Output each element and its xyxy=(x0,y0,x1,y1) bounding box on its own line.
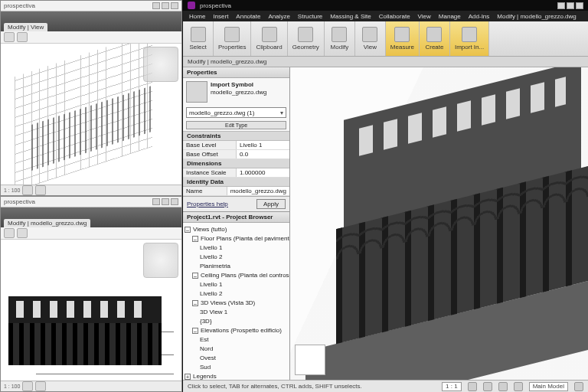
property-row[interactable]: Base LevelLivello 1 xyxy=(183,141,289,150)
status-icon[interactable] xyxy=(22,185,33,195)
ribbon-group[interactable]: Select xyxy=(183,21,214,56)
app-title: prospectiva xyxy=(4,2,35,9)
ribbon: SelectPropertiesClipboardGeometryModifyV… xyxy=(183,21,588,57)
scale-selector[interactable]: 1 : 1 xyxy=(442,382,462,391)
window-buttons[interactable] xyxy=(557,2,583,9)
type-thumbnail xyxy=(186,81,207,103)
tree-item[interactable]: –Elevations (Prospetto edificio) xyxy=(185,326,288,335)
property-value[interactable]: 0.0 xyxy=(237,150,289,158)
tool-icon[interactable] xyxy=(17,32,28,42)
tree-item[interactable]: Ovest xyxy=(185,354,288,363)
viewport-3d-shaded[interactable] xyxy=(290,67,588,380)
tree-item[interactable]: +Legends xyxy=(185,372,288,380)
property-value[interactable]: modello_grezzo.dwg xyxy=(227,187,289,195)
property-row[interactable]: Base Offset0.0 xyxy=(183,150,289,159)
tree-item[interactable]: Planimetria xyxy=(185,262,288,271)
titlebar[interactable]: prospectiva xyxy=(1,1,181,11)
palette-header[interactable]: Properties xyxy=(183,67,289,78)
menu-tab[interactable]: View xyxy=(418,13,431,20)
properties-palette: Properties Import Symbol modello_grezzo.… xyxy=(183,67,289,212)
menu-tab[interactable]: Manage xyxy=(439,13,461,20)
apply-button[interactable]: Apply xyxy=(256,199,286,209)
menu-tab[interactable]: Analyze xyxy=(268,13,289,20)
ribbon-icon xyxy=(426,27,442,42)
property-value[interactable]: 1.000000 xyxy=(237,168,289,177)
menu-tab[interactable]: Massing & Site xyxy=(330,13,371,20)
tree-item[interactable]: Est xyxy=(185,335,288,345)
titlebar[interactable]: prospectiva xyxy=(1,197,181,207)
menu-tab[interactable]: Structure xyxy=(298,13,322,20)
tree-item[interactable]: –Floor Plans (Pianta del pavimento) xyxy=(185,234,288,243)
menu-tab[interactable]: Add-Ins xyxy=(469,13,490,20)
ribbon-label: Clipboard xyxy=(256,44,282,51)
ribbon-group[interactable]: Clipboard xyxy=(251,21,287,56)
tool-icon[interactable] xyxy=(17,228,28,238)
tree-item[interactable]: 3D View 1 xyxy=(185,308,288,317)
edit-type-button[interactable]: Edit Type xyxy=(186,121,286,129)
scale[interactable]: 1 : 100 xyxy=(4,384,20,389)
tree-item[interactable]: Sud xyxy=(185,363,288,372)
ribbon-group[interactable]: Measure xyxy=(386,21,420,56)
viewport-3d-wire[interactable] xyxy=(1,44,181,185)
ribbon-label: Import In... xyxy=(455,44,484,51)
chevron-down-icon: ▾ xyxy=(280,109,283,116)
menu-tabs: HomeInsertAnnotateAnalyzeStructureMassin… xyxy=(183,11,588,21)
tree-item[interactable]: –Ceiling Plans (Pianta del controsoffitt… xyxy=(185,271,288,280)
menu-tab[interactable]: Modify | modello_grezzo.dwg xyxy=(497,13,576,20)
palette-header[interactable]: Project1.rvt - Project Browser xyxy=(183,212,289,223)
type-selector[interactable]: modello_grezzo.dwg (1) ▾ xyxy=(186,107,286,118)
status-icon[interactable] xyxy=(514,382,523,391)
status-icon[interactable] xyxy=(35,381,46,391)
titlebar[interactable]: prospectiva xyxy=(183,0,588,11)
ribbon-group[interactable]: Geometry xyxy=(288,21,325,56)
status-icon[interactable] xyxy=(35,185,46,195)
ribbon-icon xyxy=(262,27,277,42)
workset-selector[interactable]: Main Model xyxy=(529,382,568,391)
app-title: prospectiva xyxy=(200,2,231,9)
active-tab[interactable]: Modify | View xyxy=(4,23,47,31)
tool-icon[interactable] xyxy=(4,32,15,42)
property-value[interactable]: Livello 1 xyxy=(237,141,289,149)
scale[interactable]: 1 : 100 xyxy=(4,188,20,193)
property-row[interactable]: Instance Scale1.000000 xyxy=(183,168,289,178)
property-name: Name xyxy=(183,187,227,195)
status-icon[interactable] xyxy=(574,382,583,391)
status-icon[interactable] xyxy=(483,382,492,391)
context-bar: Modify | modello_grezzo.dwg xyxy=(183,57,588,67)
window-buttons[interactable] xyxy=(152,198,178,205)
ribbon-group[interactable]: Modify xyxy=(325,21,355,56)
tree-item[interactable]: –Views (tutto) xyxy=(185,225,288,234)
status-icon[interactable] xyxy=(498,382,508,391)
window-buttons[interactable] xyxy=(152,2,178,9)
tree-item[interactable]: –3D Views (Vista 3D) xyxy=(185,299,288,308)
symbol-name: modello_grezzo.dwg xyxy=(211,89,266,96)
ribbon-icon xyxy=(298,27,313,42)
tree-item[interactable]: Livello 2 xyxy=(185,253,288,262)
status-icon[interactable] xyxy=(22,381,33,391)
tree-item[interactable]: Livello 2 xyxy=(185,289,288,299)
tree-item[interactable]: Livello 1 xyxy=(185,280,288,289)
tree-item[interactable]: Livello 1 xyxy=(185,243,288,253)
menu-tab[interactable]: Annotate xyxy=(236,13,260,20)
app-menu-icon[interactable] xyxy=(188,2,195,9)
viewcube-icon[interactable] xyxy=(295,345,325,375)
tool-icon[interactable] xyxy=(4,228,15,238)
menu-tab[interactable]: Collaborate xyxy=(379,13,410,20)
viewport-elevation[interactable] xyxy=(1,240,181,381)
ribbon-group[interactable]: Properties xyxy=(214,21,251,56)
properties-help-link[interactable]: Properties help xyxy=(187,201,228,207)
left-top-window: prospectiva Modify | View 1 : 100 xyxy=(0,0,182,196)
status-icon[interactable] xyxy=(468,382,477,391)
property-row[interactable]: Namemodello_grezzo.dwg xyxy=(183,187,289,196)
ribbon-group[interactable]: View xyxy=(355,21,386,56)
tree-item[interactable]: Nord xyxy=(185,345,288,354)
menu-tab[interactable]: Insert xyxy=(213,13,228,20)
app-title: prospectiva xyxy=(4,198,35,205)
active-tab[interactable]: Modify | modello_grezzo.dwg xyxy=(4,219,90,227)
tree-item[interactable]: {3D} xyxy=(185,317,288,326)
menu-tab[interactable]: Home xyxy=(189,13,205,20)
symbol-title: Import Symbol xyxy=(211,81,266,89)
property-name: Base Level xyxy=(183,141,237,149)
ribbon-group[interactable]: Import In... xyxy=(450,21,489,56)
ribbon-group[interactable]: Create xyxy=(420,21,450,56)
